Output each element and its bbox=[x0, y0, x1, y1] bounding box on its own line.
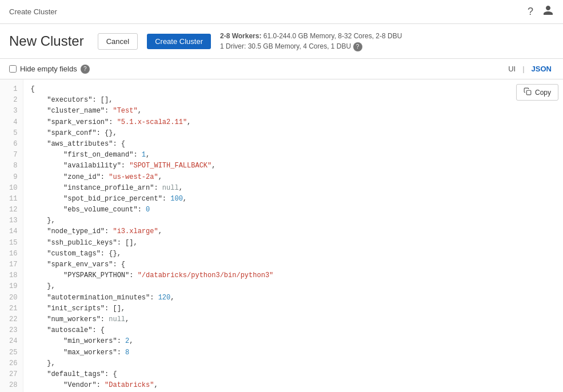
driver-info: 1 Driver: 30.5 GB Memory, 4 Cores, 1 DBU bbox=[220, 42, 351, 50]
copy-label: Copy bbox=[535, 89, 551, 97]
tab-ui[interactable]: UI bbox=[506, 63, 518, 74]
tab-json[interactable]: JSON bbox=[529, 63, 554, 74]
cluster-name-heading: New Cluster bbox=[9, 33, 84, 49]
user-icon[interactable] bbox=[542, 5, 554, 19]
workers-label: 2-8 Workers: bbox=[220, 32, 261, 40]
workers-info: 61.0-244.0 GB Memory, 8-32 Cores, 2-8 DB… bbox=[263, 32, 402, 40]
help-icon[interactable]: ? bbox=[528, 6, 533, 18]
hide-empty-help-icon[interactable]: ? bbox=[81, 65, 90, 74]
hide-empty-checkbox[interactable] bbox=[9, 65, 17, 73]
hide-empty-fields: Hide empty fields ? bbox=[9, 65, 90, 74]
page-title: Create Cluster bbox=[9, 7, 57, 16]
header-row: New Cluster Cancel Create Cluster 2-8 Wo… bbox=[0, 24, 563, 59]
cluster-info: 2-8 Workers: 61.0-244.0 GB Memory, 8-32 … bbox=[220, 31, 402, 51]
driver-help-icon[interactable]: ? bbox=[353, 42, 362, 51]
hide-empty-label: Hide empty fields bbox=[20, 65, 77, 73]
tab-divider: | bbox=[522, 65, 524, 73]
code-content: { "executors": [], "cluster_name": "Test… bbox=[23, 79, 563, 392]
create-cluster-button[interactable]: Create Cluster bbox=[147, 34, 211, 49]
cancel-button[interactable]: Cancel bbox=[98, 33, 138, 50]
copy-icon bbox=[524, 87, 532, 97]
top-bar-icons: ? bbox=[528, 5, 554, 19]
copy-button[interactable]: Copy bbox=[516, 84, 558, 101]
toolbar-row: Hide empty fields ? UI | JSON bbox=[0, 59, 563, 79]
top-bar: Create Cluster ? bbox=[0, 0, 563, 24]
code-container: 1234567891011121314151617181920212223242… bbox=[0, 79, 563, 392]
line-numbers: 1234567891011121314151617181920212223242… bbox=[0, 79, 23, 392]
svg-rect-0 bbox=[526, 90, 531, 95]
view-tabs: UI | JSON bbox=[506, 63, 554, 74]
